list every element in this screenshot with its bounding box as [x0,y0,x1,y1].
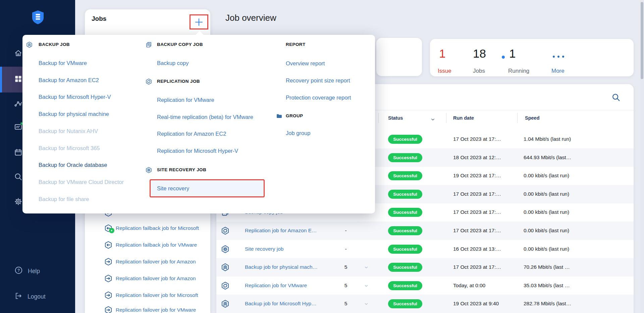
running-play-icon [109,228,114,233]
speed-cell: 70.26 Mbit/s (last … [524,264,570,270]
menu-item-backup-for-vmware[interactable]: Backup for VMware [39,59,87,67]
issue-label[interactable]: Issue [438,68,451,74]
page-title: Job overview [225,13,276,23]
table-row[interactable]: Replication job for Amazon E…-Successful… [216,222,634,240]
job-item-label: Replication failback job for VMware [116,242,210,248]
column-header-speed[interactable]: Speed [525,115,540,121]
jobs-grid-icon [14,74,23,85]
table-row[interactable]: Site recovery job-Successful16 Oct 2023 … [216,240,634,258]
jobs-panel-list-item[interactable]: Replication failback job for Microsoft [85,223,210,234]
speed-cell: 0.00 kbit/s (last run) [524,228,569,234]
column-divider [446,113,446,123]
table-row[interactable]: Backup job for Microsoft Hyp…5Successful… [216,295,634,313]
backup-icon [221,299,230,308]
job-item-label: Replication failover job for Amazon [116,259,210,265]
status-badge: Successful [388,299,422,308]
menu-item-label: Site recovery [157,184,189,193]
status-badge: Successful [388,135,422,144]
settings-icon [14,197,23,207]
column-divider [517,113,518,123]
failover-icon [104,306,113,313]
speed-cell: 1.04 Mbit/s (last run) [524,136,571,142]
logout-button[interactable]: Logout [0,291,75,302]
running-label[interactable]: Running [508,68,529,74]
add-job-button[interactable] [190,14,208,29]
menu-item-overview-report[interactable]: Overview report [286,59,325,68]
run-date-cell: 19 Oct 2023 at 17:… [453,173,501,179]
jobs-panel-list-item[interactable]: Replication failover job for VMware [85,304,210,313]
jobs-panel-list-item[interactable]: Replication failover job for Microsoft [85,290,210,301]
job-name-link[interactable]: Backup job for physical mach… [245,264,340,270]
table-row[interactable]: Backup job for physical mach…5Successful… [216,258,634,276]
menu-item-replication-for-vmware[interactable]: Replication for VMware [157,96,214,104]
jobs-panel-list-item[interactable]: Replication failover job for Amazon [85,256,210,267]
menu-item-site-recovery-highlighted[interactable]: Site recovery [150,179,265,197]
column-header-run-date[interactable]: Run date [453,115,474,121]
activity-icon [14,99,23,110]
table-search-icon[interactable] [611,93,621,103]
job-name-link[interactable]: Replication job for VMware [245,283,340,289]
more-dots-icon[interactable] [552,54,565,60]
status-badge: Successful [388,171,422,180]
speed-cell: 282.78 Mbit/s (last… [524,301,571,307]
jobs-panel-title: Jobs [92,15,106,22]
column-header-status[interactable]: Status [388,115,403,121]
status-filter-chevron-icon[interactable] [430,117,435,123]
status-badge: Successful [388,190,422,199]
job-item-label: Replication failover job for VMware [116,307,210,313]
jobs-panel-list-item[interactable]: Replication failback job for VMware [85,239,210,251]
app-logo-shield-icon [31,9,45,26]
row-expand-chevron-icon[interactable] [364,265,369,271]
menu-item-backup-copy[interactable]: Backup copy [157,59,189,67]
menu-item-backup-for-amazon-ec2[interactable]: Backup for Amazon EC2 [39,76,99,84]
job-object-count: - [339,228,353,234]
site-recovery-icon [221,245,230,254]
menu-item-protection-coverage-report[interactable]: Protection coverage report [286,93,351,102]
job-object-count: 5 [339,301,353,307]
page-scrollbar[interactable] [640,0,644,313]
menu-item-backup-for-microsoft-hyper-v[interactable]: Backup for Microsoft Hyper-V [39,92,111,101]
sidebar-active-bar [0,67,2,92]
job-object-count: 5 [339,283,353,289]
run-date-cell: 17 Oct 2023 at 17:… [453,191,501,197]
backup-icon [221,263,230,272]
menu-item-recovery-point-size-report[interactable]: Recovery point size report [286,76,350,85]
job-name-link[interactable]: Site recovery job [245,246,340,252]
job-name-link[interactable]: Replication job for Amazon E… [245,228,340,234]
menu-item-real-time-replication-beta-for-vmware[interactable]: Real-time replication (beta) for VMware [157,113,253,121]
run-date-cell: 17 Oct 2023 at 17:… [453,228,501,234]
menu-section-header-replication-job: REPLICATION JOB [157,78,200,85]
menu-section-header-group: GROUP [286,113,303,119]
stats-card: 1 Issue 18 Jobs 1 Running More [430,39,634,76]
help-button[interactable]: ? Help [0,265,75,277]
jobs-label[interactable]: Jobs [473,68,485,74]
site-recovery-icon [145,167,152,174]
row-expand-chevron-icon[interactable] [364,284,369,290]
issue-count: 1 [439,46,445,61]
speed-cell: 0.00 kbit/s (last run) [524,246,569,252]
menu-item-backup-for-oracle-database[interactable]: Backup for Oracle database [39,161,107,169]
menu-item-replication-for-microsoft-hyper-v[interactable]: Replication for Microsoft Hyper-V [157,146,238,155]
run-date-cell: 17 Oct 2023 at 17:… [453,136,501,142]
speed-cell: 0.00 kbit/s (last run) [524,191,569,197]
menu-item-backup-for-nutanix-ahv: Backup for Nutanix AHV [39,127,98,135]
run-date-cell: Today, at 0:00 [453,283,485,289]
replication-icon [221,281,230,290]
page-scrollbar-thumb[interactable] [641,2,643,79]
table-row[interactable]: Replication job for VMware5SuccessfulTod… [216,276,634,295]
run-date-cell: 17 Oct 2023 at 17:… [453,264,501,270]
help-label: Help [28,268,40,275]
run-date-cell: 16 Oct 2023 at 13:… [453,246,501,252]
menu-item-backup-for-vmware-cloud-director: Backup for VMware Cloud Director [39,178,124,186]
job-name-link[interactable]: Backup job for Microsoft Hyp… [245,301,340,307]
menu-item-backup-for-physical-machine[interactable]: Backup for physical machine [39,110,109,118]
more-label[interactable]: More [551,68,565,74]
svg-text:?: ? [17,268,20,273]
menu-item-job-group[interactable]: Job group [286,129,310,137]
failback-icon [104,241,113,249]
row-expand-chevron-icon[interactable] [364,302,369,308]
status-badge: Successful [388,245,422,254]
menu-item-replication-for-amazon-ec2[interactable]: Replication for Amazon EC2 [157,129,226,138]
logout-label: Logout [28,293,46,300]
jobs-panel-list-item[interactable]: Replication failover job for Amazon [85,273,210,284]
